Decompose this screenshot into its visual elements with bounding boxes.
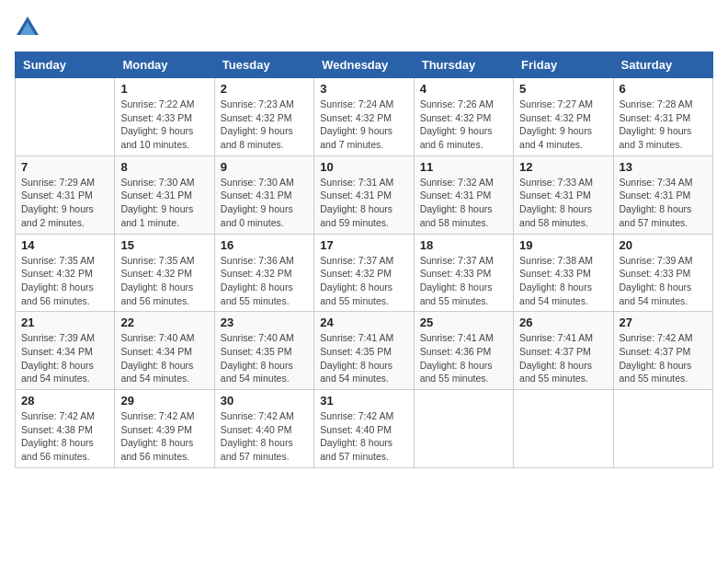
day-info: Sunrise: 7:37 AM Sunset: 4:32 PM Dayligh… (320, 254, 407, 308)
day-number: 27 (620, 316, 707, 329)
day-number: 4 (420, 82, 507, 96)
calendar-cell: 27Sunrise: 7:42 AM Sunset: 4:37 PM Dayli… (613, 312, 712, 390)
day-info: Sunrise: 7:42 AM Sunset: 4:37 PM Dayligh… (620, 331, 707, 385)
calendar-cell: 11Sunrise: 7:32 AM Sunset: 4:31 PM Dayli… (414, 155, 513, 234)
day-number: 16 (221, 238, 308, 252)
calendar-cell: 18Sunrise: 7:37 AM Sunset: 4:33 PM Dayli… (414, 234, 513, 312)
page-header (15, 15, 713, 40)
calendar-table: SundayMondayTuesdayWednesdayThursdayFrid… (15, 52, 713, 468)
day-number: 2 (221, 82, 308, 96)
day-info: Sunrise: 7:23 AM Sunset: 4:32 PM Dayligh… (221, 98, 308, 152)
day-info: Sunrise: 7:41 AM Sunset: 4:37 PM Dayligh… (519, 331, 607, 385)
calendar-cell: 19Sunrise: 7:38 AM Sunset: 4:33 PM Dayli… (514, 234, 613, 312)
calendar-cell (514, 390, 613, 468)
day-info: Sunrise: 7:30 AM Sunset: 4:31 PM Dayligh… (120, 176, 208, 230)
calendar-week-row: 7Sunrise: 7:29 AM Sunset: 4:31 PM Daylig… (16, 155, 713, 234)
calendar-cell: 14Sunrise: 7:35 AM Sunset: 4:32 PM Dayli… (16, 234, 115, 312)
calendar-cell: 25Sunrise: 7:41 AM Sunset: 4:36 PM Dayli… (414, 312, 513, 390)
calendar-cell: 4Sunrise: 7:26 AM Sunset: 4:32 PM Daylig… (414, 78, 513, 156)
day-number: 15 (120, 238, 208, 252)
calendar-cell: 7Sunrise: 7:29 AM Sunset: 4:31 PM Daylig… (16, 155, 115, 234)
calendar-cell (414, 390, 513, 468)
calendar-cell (16, 78, 115, 156)
day-number: 24 (320, 316, 407, 329)
calendar-header-wednesday: Wednesday (314, 52, 414, 78)
calendar-week-row: 1Sunrise: 7:22 AM Sunset: 4:33 PM Daylig… (16, 78, 713, 156)
day-info: Sunrise: 7:41 AM Sunset: 4:36 PM Dayligh… (420, 331, 507, 385)
day-number: 7 (21, 160, 108, 174)
calendar-cell: 3Sunrise: 7:24 AM Sunset: 4:32 PM Daylig… (314, 78, 414, 156)
day-number: 10 (320, 160, 407, 174)
day-number: 25 (420, 316, 507, 329)
day-info: Sunrise: 7:28 AM Sunset: 4:31 PM Dayligh… (620, 98, 707, 152)
day-number: 9 (221, 160, 308, 174)
calendar-cell: 17Sunrise: 7:37 AM Sunset: 4:32 PM Dayli… (314, 234, 414, 312)
day-number: 23 (221, 316, 308, 329)
day-number: 22 (120, 316, 208, 329)
calendar-header-thursday: Thursday (414, 52, 513, 78)
day-number: 6 (620, 82, 707, 96)
day-number: 28 (21, 394, 108, 408)
calendar-cell: 8Sunrise: 7:30 AM Sunset: 4:31 PM Daylig… (115, 155, 214, 234)
day-info: Sunrise: 7:39 AM Sunset: 4:33 PM Dayligh… (620, 254, 707, 308)
calendar-cell: 31Sunrise: 7:42 AM Sunset: 4:40 PM Dayli… (314, 390, 414, 468)
calendar-cell: 5Sunrise: 7:27 AM Sunset: 4:32 PM Daylig… (514, 78, 613, 156)
calendar-cell: 9Sunrise: 7:30 AM Sunset: 4:31 PM Daylig… (214, 155, 313, 234)
calendar-cell: 23Sunrise: 7:40 AM Sunset: 4:35 PM Dayli… (214, 312, 313, 390)
calendar-cell: 6Sunrise: 7:28 AM Sunset: 4:31 PM Daylig… (613, 78, 712, 156)
day-info: Sunrise: 7:42 AM Sunset: 4:40 PM Dayligh… (221, 409, 308, 464)
day-number: 17 (320, 238, 407, 252)
calendar-cell: 28Sunrise: 7:42 AM Sunset: 4:38 PM Dayli… (16, 390, 115, 468)
calendar-cell: 10Sunrise: 7:31 AM Sunset: 4:31 PM Dayli… (314, 155, 414, 234)
calendar-week-row: 28Sunrise: 7:42 AM Sunset: 4:38 PM Dayli… (16, 390, 713, 468)
calendar-header-row: SundayMondayTuesdayWednesdayThursdayFrid… (16, 52, 713, 78)
day-info: Sunrise: 7:26 AM Sunset: 4:32 PM Dayligh… (420, 98, 507, 152)
day-number: 3 (320, 82, 407, 96)
day-info: Sunrise: 7:22 AM Sunset: 4:33 PM Dayligh… (120, 98, 208, 152)
day-info: Sunrise: 7:35 AM Sunset: 4:32 PM Dayligh… (120, 254, 208, 308)
day-info: Sunrise: 7:29 AM Sunset: 4:31 PM Dayligh… (21, 176, 108, 230)
day-number: 30 (221, 394, 308, 408)
day-number: 12 (519, 160, 607, 174)
calendar-cell: 16Sunrise: 7:36 AM Sunset: 4:32 PM Dayli… (214, 234, 313, 312)
day-number: 14 (21, 238, 108, 252)
day-info: Sunrise: 7:37 AM Sunset: 4:33 PM Dayligh… (420, 254, 507, 308)
calendar-cell: 26Sunrise: 7:41 AM Sunset: 4:37 PM Dayli… (514, 312, 613, 390)
day-number: 29 (120, 394, 208, 408)
calendar-cell: 30Sunrise: 7:42 AM Sunset: 4:40 PM Dayli… (214, 390, 313, 468)
day-info: Sunrise: 7:38 AM Sunset: 4:33 PM Dayligh… (519, 254, 607, 308)
calendar-cell: 29Sunrise: 7:42 AM Sunset: 4:39 PM Dayli… (115, 390, 214, 468)
calendar-cell (613, 390, 712, 468)
day-number: 1 (120, 82, 208, 96)
day-info: Sunrise: 7:42 AM Sunset: 4:40 PM Dayligh… (320, 409, 407, 464)
day-info: Sunrise: 7:42 AM Sunset: 4:38 PM Dayligh… (21, 409, 108, 464)
day-number: 21 (21, 316, 108, 329)
day-info: Sunrise: 7:33 AM Sunset: 4:31 PM Dayligh… (519, 176, 607, 230)
calendar-cell: 12Sunrise: 7:33 AM Sunset: 4:31 PM Dayli… (514, 155, 613, 234)
calendar-header-sunday: Sunday (16, 52, 115, 78)
day-info: Sunrise: 7:40 AM Sunset: 4:35 PM Dayligh… (221, 331, 308, 385)
day-number: 5 (519, 82, 607, 96)
day-number: 18 (420, 238, 507, 252)
day-info: Sunrise: 7:36 AM Sunset: 4:32 PM Dayligh… (221, 254, 308, 308)
day-number: 26 (519, 316, 607, 329)
day-number: 19 (519, 238, 607, 252)
day-info: Sunrise: 7:32 AM Sunset: 4:31 PM Dayligh… (420, 176, 507, 230)
logo-icon (15, 15, 40, 40)
calendar-cell: 1Sunrise: 7:22 AM Sunset: 4:33 PM Daylig… (115, 78, 214, 156)
day-number: 11 (420, 160, 507, 174)
calendar-cell: 15Sunrise: 7:35 AM Sunset: 4:32 PM Dayli… (115, 234, 214, 312)
logo (15, 15, 44, 40)
calendar-week-row: 21Sunrise: 7:39 AM Sunset: 4:34 PM Dayli… (16, 312, 713, 390)
calendar-cell: 22Sunrise: 7:40 AM Sunset: 4:34 PM Dayli… (115, 312, 214, 390)
day-info: Sunrise: 7:35 AM Sunset: 4:32 PM Dayligh… (21, 254, 108, 308)
day-info: Sunrise: 7:42 AM Sunset: 4:39 PM Dayligh… (120, 409, 208, 464)
calendar-cell: 20Sunrise: 7:39 AM Sunset: 4:33 PM Dayli… (613, 234, 712, 312)
calendar-header-friday: Friday (514, 52, 613, 78)
calendar-cell: 21Sunrise: 7:39 AM Sunset: 4:34 PM Dayli… (16, 312, 115, 390)
calendar-header-saturday: Saturday (613, 52, 712, 78)
day-number: 31 (320, 394, 407, 408)
day-info: Sunrise: 7:40 AM Sunset: 4:34 PM Dayligh… (120, 331, 208, 385)
calendar-header-monday: Monday (115, 52, 214, 78)
day-info: Sunrise: 7:30 AM Sunset: 4:31 PM Dayligh… (221, 176, 308, 230)
